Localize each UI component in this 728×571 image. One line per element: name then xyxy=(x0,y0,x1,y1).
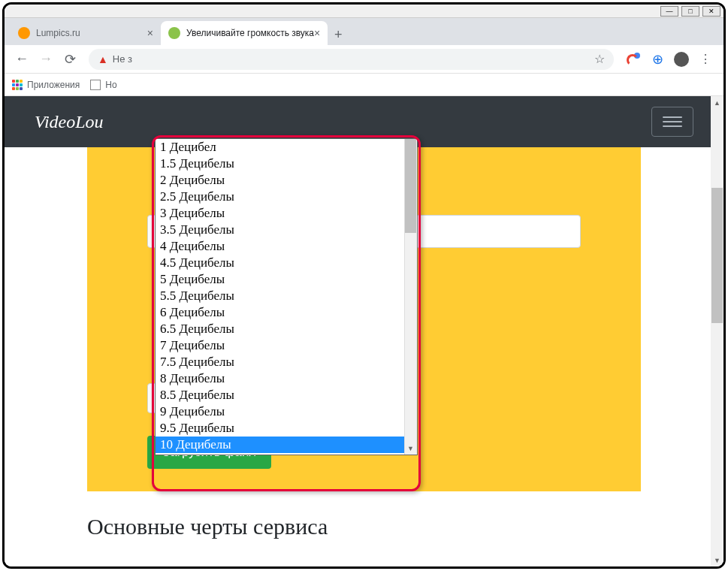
window-minimize-button[interactable]: — xyxy=(660,6,678,17)
dropdown-option[interactable]: 3.5 Децибелы xyxy=(156,222,417,238)
dropdown-option[interactable]: 6 Децибелы xyxy=(156,304,417,321)
dropdown-option[interactable]: 2.5 Децибелы xyxy=(156,189,417,205)
insecure-icon: ▲ xyxy=(98,53,108,65)
dropdown-option[interactable]: 1.5 Децибелы xyxy=(156,156,417,172)
site-brand[interactable]: VideoLou xyxy=(35,112,104,132)
browser-address-bar: ← → ⟳ ▲ Не з ☆ ⊕ ⋮ xyxy=(5,45,723,74)
window-titlebar: — □ ✕ xyxy=(5,5,723,18)
tab-close-button[interactable]: × xyxy=(314,27,320,39)
apps-button[interactable]: Приложения xyxy=(12,80,80,90)
page-scrollbar[interactable]: ▲ ▼ xyxy=(711,96,723,566)
dropdown-option[interactable]: 10.5 Децибелы xyxy=(156,453,417,455)
tab-title: Lumpics.ru xyxy=(36,28,80,38)
new-tab-button[interactable]: + xyxy=(328,24,349,45)
tab-title: Увеличивайте громкость звука xyxy=(186,28,314,38)
tab-favicon-icon xyxy=(168,27,180,39)
bookmark-page-icon xyxy=(90,80,101,90)
extension-globe-icon[interactable]: ⊕ xyxy=(650,52,665,67)
insecure-label: Не з xyxy=(113,53,132,65)
browser-tab-bar: Lumpics.ru × Увеличивайте громкость звук… xyxy=(5,18,723,45)
bookmark-label: Но xyxy=(105,80,116,90)
dropdown-option[interactable]: 8.5 Децибелы xyxy=(156,387,417,403)
dropdown-scroll-thumb[interactable] xyxy=(405,139,416,233)
dropdown-option[interactable]: 7 Децибелы xyxy=(156,337,417,354)
bookmarks-bar: Приложения Но xyxy=(5,74,723,96)
apps-grid-icon xyxy=(12,80,23,90)
tab-favicon-icon xyxy=(18,27,30,39)
dropdown-option[interactable]: 5 Децибелы xyxy=(156,271,417,288)
forward-button[interactable]: → xyxy=(35,48,57,71)
dropdown-option[interactable]: 4.5 Децибелы xyxy=(156,255,417,271)
dropdown-option[interactable]: 7.5 Децибелы xyxy=(156,354,417,370)
dropdown-option[interactable]: 4 Децибелы xyxy=(156,238,417,255)
back-button[interactable]: ← xyxy=(11,48,33,71)
apps-label: Приложения xyxy=(27,80,80,90)
window-close-button[interactable]: ✕ xyxy=(702,6,720,17)
browser-tab[interactable]: Lumpics.ru × xyxy=(11,21,161,45)
profile-avatar[interactable] xyxy=(674,52,689,67)
decibel-dropdown-list[interactable]: 1 Децибел1.5 Децибелы2 Децибелы2.5 Дециб… xyxy=(155,138,418,455)
scroll-thumb[interactable] xyxy=(711,188,723,323)
dropdown-option[interactable]: 6.5 Децибелы xyxy=(156,321,417,337)
dropdown-option[interactable]: 3 Децибелы xyxy=(156,205,417,222)
section-heading: Основные черты сервиса xyxy=(87,514,641,539)
scroll-up-icon[interactable]: ▲ xyxy=(711,96,723,109)
browser-tab-active[interactable]: Увеличивайте громкость звука × xyxy=(161,21,328,45)
extension-icon[interactable] xyxy=(626,52,641,67)
dropdown-option[interactable]: 9 Децибелы xyxy=(156,403,417,420)
bookmark-item[interactable]: Но xyxy=(90,80,116,90)
dropdown-option[interactable]: 1 Децибел xyxy=(156,139,417,156)
dropdown-option[interactable]: 8 Децибелы xyxy=(156,370,417,387)
url-input[interactable]: ▲ Не з ☆ xyxy=(89,49,614,70)
dropdown-option[interactable]: 2 Децибелы xyxy=(156,172,417,189)
dropdown-option[interactable]: 5.5 Децибелы xyxy=(156,288,417,304)
scroll-down-icon[interactable]: ▼ xyxy=(711,554,723,566)
tab-close-button[interactable]: × xyxy=(147,27,153,39)
dropdown-option[interactable]: 10 Децибелы xyxy=(156,437,417,453)
window-maximize-button[interactable]: □ xyxy=(681,6,699,17)
dropdown-scrollbar[interactable]: ▼ xyxy=(404,139,417,455)
dropdown-option[interactable]: 9.5 Децибелы xyxy=(156,420,417,437)
navbar-toggle-button[interactable] xyxy=(651,107,693,137)
reload-button[interactable]: ⟳ xyxy=(59,48,81,71)
bookmark-star-icon[interactable]: ☆ xyxy=(594,52,605,66)
page-content: VideoLou 10 Децибелы ▲▼ Загрузить файл О… xyxy=(5,96,723,566)
browser-menu-button[interactable]: ⋮ xyxy=(698,52,713,67)
dropdown-scroll-down-icon[interactable]: ▼ xyxy=(404,442,417,455)
